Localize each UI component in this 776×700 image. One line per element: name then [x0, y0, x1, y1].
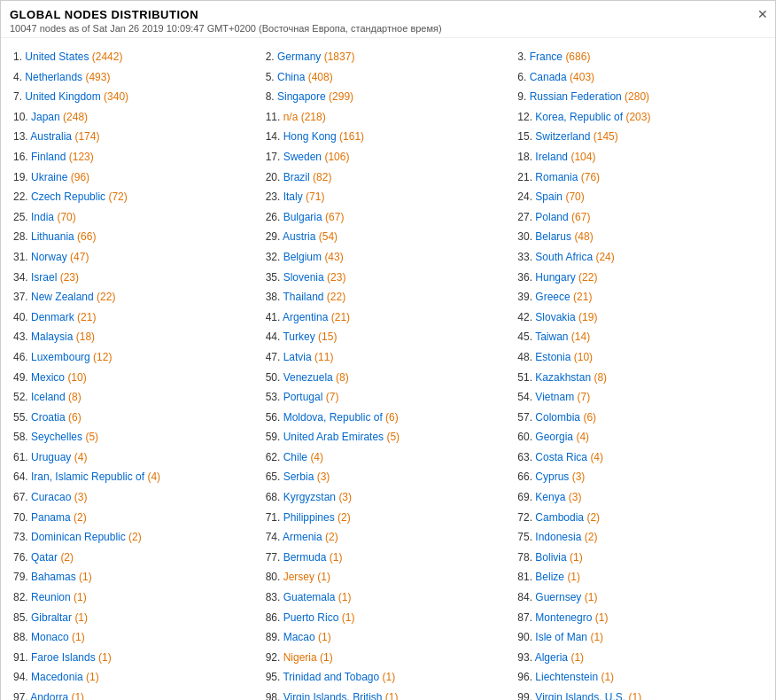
- country-link[interactable]: Belgium: [283, 251, 322, 263]
- country-link[interactable]: Reunion: [31, 591, 71, 603]
- country-link[interactable]: Vietnam: [535, 391, 574, 403]
- country-link[interactable]: Puerto Rico: [283, 611, 339, 624]
- country-link[interactable]: China: [277, 71, 305, 83]
- country-link[interactable]: Andorra: [30, 691, 68, 700]
- country-link[interactable]: Netherlands: [25, 71, 82, 83]
- country-link[interactable]: India: [31, 211, 54, 223]
- country-link[interactable]: Philippines: [283, 511, 335, 524]
- country-link[interactable]: Panama: [31, 511, 71, 524]
- country-link[interactable]: Bolivia: [535, 551, 566, 564]
- country-link[interactable]: Mexico: [31, 371, 65, 384]
- country-link[interactable]: Luxembourg: [31, 351, 90, 363]
- country-link[interactable]: n/a: [283, 111, 299, 123]
- country-link[interactable]: Gibraltar: [31, 611, 72, 624]
- country-link[interactable]: Cambodia: [535, 511, 584, 524]
- country-link[interactable]: Nigeria: [283, 651, 317, 664]
- country-link[interactable]: Liechtenstein: [535, 671, 598, 683]
- country-link[interactable]: Slovakia: [535, 311, 575, 323]
- country-link[interactable]: Colombia: [535, 411, 580, 424]
- country-link[interactable]: France: [530, 51, 563, 63]
- country-link[interactable]: Kyrgyzstan: [283, 491, 336, 503]
- country-link[interactable]: Latvia: [283, 351, 312, 363]
- country-link[interactable]: Serbia: [283, 471, 314, 483]
- country-link[interactable]: Poland: [535, 211, 568, 223]
- country-link[interactable]: Canada: [530, 71, 567, 83]
- country-link[interactable]: Germany: [277, 51, 321, 63]
- country-link[interactable]: Virgin Islands, U.S.: [535, 691, 625, 700]
- country-link[interactable]: Argentina: [283, 311, 328, 323]
- country-link[interactable]: Spain: [535, 191, 563, 203]
- country-link[interactable]: Czech Republic: [31, 191, 105, 203]
- country-link[interactable]: Isle of Man: [535, 631, 587, 643]
- country-link[interactable]: Ireland: [535, 151, 568, 163]
- country-link[interactable]: United Kingdom: [25, 90, 100, 103]
- country-link[interactable]: Dominican Republic: [31, 531, 126, 543]
- country-link[interactable]: Australia: [30, 130, 72, 143]
- country-link[interactable]: Japan: [31, 111, 60, 123]
- country-link[interactable]: Romania: [535, 171, 578, 183]
- country-link[interactable]: Israel: [31, 271, 57, 284]
- country-link[interactable]: Korea, Republic of: [535, 111, 623, 123]
- country-link[interactable]: Iran, Islamic Republic of: [31, 471, 144, 483]
- country-link[interactable]: Curacao: [31, 491, 71, 503]
- country-link[interactable]: Hungary: [535, 271, 575, 284]
- country-link[interactable]: Faroe Islands: [31, 651, 96, 664]
- country-link[interactable]: Malaysia: [31, 331, 73, 343]
- country-link[interactable]: Iceland: [31, 391, 66, 403]
- country-link[interactable]: Russian Federation: [530, 90, 622, 103]
- country-link[interactable]: United States: [25, 51, 89, 63]
- country-link[interactable]: Ukraine: [31, 171, 67, 183]
- country-link[interactable]: Bermuda: [283, 551, 327, 564]
- country-link[interactable]: Portugal: [283, 391, 323, 403]
- country-link[interactable]: Georgia: [535, 431, 573, 443]
- country-link[interactable]: Bulgaria: [283, 211, 322, 223]
- country-link[interactable]: Norway: [31, 251, 67, 263]
- country-link[interactable]: Algeria: [535, 651, 568, 664]
- country-link[interactable]: Finland: [31, 151, 66, 163]
- country-link[interactable]: Taiwan: [535, 331, 568, 343]
- country-link[interactable]: Guernsey: [535, 591, 581, 603]
- country-link[interactable]: Switzerland: [535, 130, 590, 143]
- country-link[interactable]: New Zealand: [31, 291, 94, 303]
- country-link[interactable]: Jersey: [283, 571, 314, 583]
- country-link[interactable]: Slovenia: [283, 271, 324, 284]
- country-link[interactable]: United Arab Emirates: [283, 431, 384, 443]
- country-link[interactable]: South Africa: [535, 251, 593, 263]
- country-link[interactable]: Hong Kong: [283, 130, 337, 143]
- country-link[interactable]: Montenegro: [535, 611, 592, 624]
- country-link[interactable]: Cyprus: [535, 471, 569, 483]
- country-link[interactable]: Virgin Islands, British: [283, 691, 383, 700]
- country-link[interactable]: Sweden: [283, 151, 322, 163]
- country-link[interactable]: Denmark: [31, 311, 74, 323]
- country-link[interactable]: Chile: [283, 451, 307, 463]
- country-link[interactable]: Monaco: [31, 631, 69, 643]
- country-link[interactable]: Belarus: [535, 230, 571, 243]
- country-link[interactable]: Kazakhstan: [535, 371, 591, 384]
- country-link[interactable]: Moldova, Republic of: [283, 411, 383, 424]
- country-link[interactable]: Austria: [283, 230, 315, 243]
- country-link[interactable]: Macedonia: [31, 671, 83, 683]
- country-link[interactable]: Uruguay: [31, 451, 71, 463]
- country-link[interactable]: Seychelles: [31, 431, 82, 443]
- country-link[interactable]: Estonia: [535, 351, 570, 363]
- country-link[interactable]: Singapore: [277, 90, 326, 103]
- country-link[interactable]: Bahamas: [31, 571, 76, 583]
- country-link[interactable]: Italy: [283, 191, 303, 203]
- country-link[interactable]: Armenia: [283, 531, 322, 543]
- country-link[interactable]: Thailand: [283, 291, 323, 303]
- country-link[interactable]: Guatemala: [283, 591, 336, 603]
- country-link[interactable]: Indonesia: [535, 531, 581, 543]
- country-link[interactable]: Costa Rica: [535, 451, 587, 463]
- country-link[interactable]: Kenya: [535, 491, 565, 503]
- country-link[interactable]: Brazil: [283, 171, 310, 183]
- country-link[interactable]: Belize: [535, 571, 564, 583]
- country-link[interactable]: Trinidad and Tobago: [283, 671, 379, 683]
- country-link[interactable]: Croatia: [31, 411, 66, 424]
- country-link[interactable]: Turkey: [283, 331, 314, 343]
- country-link[interactable]: Macao: [283, 631, 315, 643]
- country-link[interactable]: Qatar: [31, 551, 58, 564]
- country-link[interactable]: Lithuania: [31, 230, 74, 243]
- country-link[interactable]: Greece: [535, 291, 570, 303]
- close-button[interactable]: ✕: [757, 8, 768, 20]
- country-link[interactable]: Venezuela: [283, 371, 333, 384]
